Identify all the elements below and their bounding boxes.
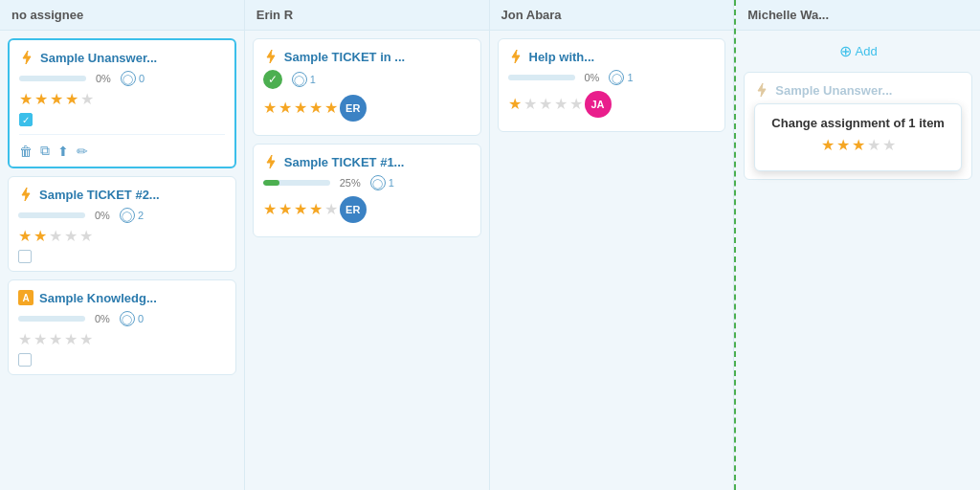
comment-badge: ◯ 1 (292, 72, 316, 87)
card-checkbox[interactable] (19, 113, 33, 126)
assign-popup: Change assignment of 1 item ★★★★★ (754, 103, 962, 171)
star-icon: ★ (19, 92, 33, 107)
progress-bar (18, 316, 85, 322)
star-icon: ★ (309, 100, 323, 116)
assign-popup-msg: Change assignment of 1 item (767, 116, 949, 130)
star-icon: ★ (554, 97, 568, 112)
star-icon: ★ (79, 229, 93, 244)
comment-badge: ◯ 1 (609, 70, 633, 85)
add-icon: ⊕ (839, 42, 852, 60)
bubble-icon: ◯ (609, 70, 624, 85)
star-icon: ★ (539, 97, 552, 112)
upload-icon[interactable]: ⬆ (57, 144, 69, 159)
ticket-icon (508, 49, 523, 64)
add-button[interactable]: ⊕ Add (744, 38, 972, 64)
column-header: Erin R (245, 0, 489, 31)
ticket-icon (263, 49, 278, 64)
star-icon: ★ (263, 100, 277, 116)
card-title-row: Sample TICKET in ... (263, 49, 471, 64)
star-icon: ★ (33, 332, 47, 347)
progress-bar (18, 212, 85, 218)
progress-bar (19, 76, 86, 81)
card-title-row: A Sample Knowledg... (18, 290, 226, 305)
star-icon: ★ (508, 97, 522, 112)
star-icon: ★ (294, 202, 307, 217)
progress-bar (263, 180, 330, 186)
card-meta: 0% ◯ 2 (18, 208, 226, 223)
star-icon: ★ (18, 229, 32, 244)
trash-icon[interactable]: 🗑 (19, 144, 33, 159)
card-checkbox[interactable] (18, 353, 32, 367)
board: no assignee Sample Unanswer... 0% ◯ 0 ★★… (0, 0, 980, 490)
svg-marker-4 (512, 50, 520, 63)
star-icon: ★ (79, 332, 93, 347)
ticket-icon (19, 50, 34, 65)
star-icon: ★ (294, 100, 307, 116)
progress-bar (508, 75, 575, 80)
card-meta: 0% ◯ 0 (18, 311, 226, 326)
card-actions: 🗑 ⧉ ⬆ ✏ (19, 134, 225, 159)
star-icon: ★ (278, 100, 292, 116)
card-title: Help with... (529, 50, 595, 64)
kb-icon: A (18, 290, 33, 305)
star-icon: ★ (523, 97, 537, 112)
ticket-icon (18, 187, 33, 202)
card-bottom (18, 250, 226, 263)
card-title: Sample Knowledg... (39, 291, 157, 305)
card-meta: 0% ◯ 1 (508, 70, 716, 85)
edit-icon[interactable]: ✏ (77, 144, 88, 159)
column-erin-r: Erin R Sample TICKET in ... ✓ ◯ 1 ★★★★★ … (245, 0, 490, 490)
star-icon: ★ (278, 202, 292, 217)
star-icon: ★ (64, 332, 78, 347)
bubble-icon: ◯ (292, 72, 307, 87)
copy-icon[interactable]: ⧉ (40, 143, 50, 159)
column-body: Sample TICKET in ... ✓ ◯ 1 ★★★★★ ER (245, 31, 489, 490)
column-body: Help with... 0% ◯ 1 ★★★★★ JA (490, 31, 734, 490)
bubble-icon: ◯ (120, 208, 135, 223)
star-icon: ★ (882, 138, 896, 153)
ticket-icon (263, 154, 278, 169)
card-meta: 0% ◯ 0 (19, 71, 225, 86)
star-icon: ★ (64, 229, 78, 244)
stars-row: ★★★★★ (18, 229, 226, 244)
progress-pct: 0% (95, 210, 110, 221)
card: A Sample Knowledg... 0% ◯ 0 ★★★★★ (8, 279, 236, 375)
comment-badge: ◯ 0 (120, 311, 144, 326)
star-icon: ★ (324, 100, 338, 116)
star-icon: ★ (309, 202, 323, 217)
svg-marker-3 (267, 155, 275, 168)
column-no-assignee: no assignee Sample Unanswer... 0% ◯ 0 ★★… (0, 0, 245, 490)
column-header: no assignee (0, 0, 244, 31)
star-icon: ★ (836, 138, 850, 153)
star-icon: ★ (34, 92, 48, 107)
star-icon: ★ (65, 92, 78, 107)
card-bottom (19, 113, 225, 126)
comment-badge: ◯ 0 (121, 71, 145, 86)
star-icon: ★ (80, 92, 94, 107)
card-meta: ✓ ◯ 1 (263, 70, 471, 89)
card-checkbox[interactable] (18, 250, 32, 263)
star-icon: ★ (18, 332, 32, 347)
column-header: Jon Abara (490, 0, 734, 31)
stars-row: ★★★★★ (18, 332, 226, 347)
popup-card-title: Sample Unanswer... (775, 83, 892, 98)
star-icon: ★ (821, 138, 835, 153)
card-title-row: Sample TICKET #2... (18, 187, 226, 202)
column-jon-abara: Jon Abara Help with... 0% ◯ 1 ★★★★★ JA (490, 0, 735, 490)
star-icon: ★ (49, 229, 62, 244)
star-icon: ★ (263, 202, 277, 217)
progress-pct: 0% (585, 72, 600, 83)
card: Sample TICKET in ... ✓ ◯ 1 ★★★★★ ER (253, 38, 481, 136)
bubble-icon: ◯ (120, 311, 135, 326)
stars-row: ★★★★★ ER (263, 95, 471, 122)
svg-marker-5 (758, 83, 766, 97)
card-title: Sample TICKET in ... (284, 50, 405, 64)
svg-marker-1 (22, 188, 30, 201)
card-bottom (18, 353, 226, 367)
progress-pct: 0% (95, 313, 110, 324)
bubble-icon: ◯ (370, 175, 386, 190)
comment-badge: ◯ 2 (120, 208, 144, 223)
progress-pct: 25% (340, 177, 361, 189)
card: Sample Unanswer... 0% ◯ 0 ★★★★★ 🗑 (8, 38, 236, 168)
stars-row: ★★★★★ JA (508, 91, 716, 118)
